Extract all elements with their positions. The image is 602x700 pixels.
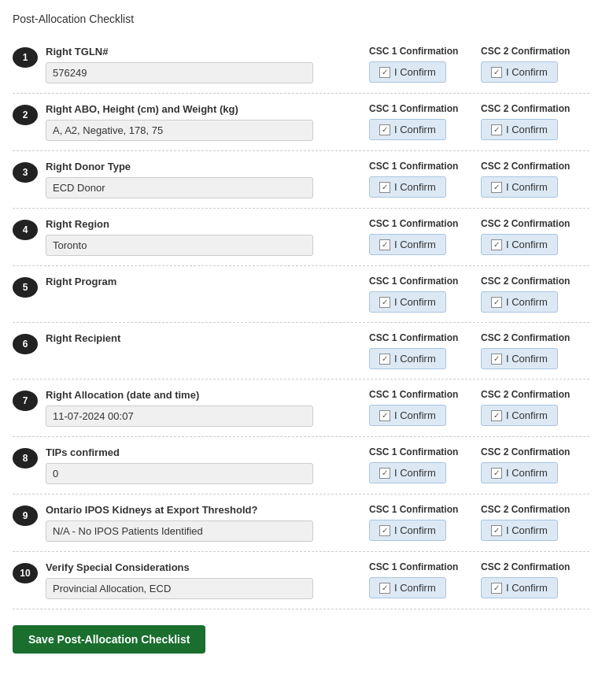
row-value: 0 — [46, 463, 313, 484]
confirmations: CSC 1 Confirmation✓I ConfirmCSC 2 Confir… — [369, 504, 589, 541]
confirmations: CSC 1 Confirmation✓I ConfirmCSC 2 Confir… — [369, 446, 589, 483]
csc2-label: CSC 2 Confirmation — [481, 389, 570, 400]
row-label: TIPs confirmed — [46, 446, 361, 458]
csc2-confirm-button[interactable]: ✓I Confirm — [481, 119, 558, 140]
row-number: 2 — [13, 105, 38, 125]
csc1-confirm-button[interactable]: ✓I Confirm — [369, 176, 446, 198]
csc2-checkbox: ✓ — [491, 124, 502, 135]
csc2-confirmation-block: CSC 2 Confirmation✓I Confirm — [481, 332, 583, 369]
row-content: Right Recipient — [46, 332, 361, 349]
csc1-checkbox: ✓ — [379, 410, 390, 421]
csc2-confirm-button[interactable]: ✓I Confirm — [481, 405, 558, 426]
csc1-confirm-button[interactable]: ✓I Confirm — [369, 234, 446, 255]
csc2-confirm-button[interactable]: ✓I Confirm — [481, 520, 558, 541]
checklist-row: 5Right ProgramCSC 1 Confirmation✓I Confi… — [13, 266, 589, 323]
csc1-confirm-button[interactable]: ✓I Confirm — [369, 61, 446, 83]
csc1-confirm-button[interactable]: ✓I Confirm — [369, 462, 446, 483]
csc2-confirmation-block: CSC 2 Confirmation✓I Confirm — [481, 46, 583, 83]
csc1-confirmation-block: CSC 1 Confirmation✓I Confirm — [369, 276, 471, 313]
checklist-row: 7Right Allocation (date and time)11-07-2… — [13, 380, 589, 437]
csc2-confirmation-block: CSC 2 Confirmation✓I Confirm — [481, 276, 583, 313]
csc1-checkbox: ✓ — [379, 124, 390, 135]
csc2-label: CSC 2 Confirmation — [481, 218, 570, 229]
row-label: Right ABO, Height (cm) and Weight (kg) — [46, 103, 361, 115]
csc2-confirmation-block: CSC 2 Confirmation✓I Confirm — [481, 161, 583, 198]
csc2-confirm-button[interactable]: ✓I Confirm — [481, 61, 558, 83]
csc1-confirmation-block: CSC 1 Confirmation✓I Confirm — [369, 161, 471, 198]
row-content: Ontario IPOS Kidneys at Export Threshold… — [46, 504, 361, 542]
csc2-checkbox: ✓ — [491, 297, 502, 308]
save-button[interactable]: Save Post-Allocation Checklist — [13, 625, 205, 654]
csc1-confirm-label: I Confirm — [394, 467, 436, 479]
csc2-confirm-button[interactable]: ✓I Confirm — [481, 462, 558, 483]
csc1-confirm-label: I Confirm — [394, 66, 436, 78]
row-number: 1 — [13, 47, 38, 68]
csc2-checkbox: ✓ — [491, 239, 502, 250]
csc2-label: CSC 2 Confirmation — [481, 504, 570, 515]
csc2-confirm-button[interactable]: ✓I Confirm — [481, 176, 558, 198]
csc1-confirm-button[interactable]: ✓I Confirm — [369, 119, 446, 140]
csc2-confirmation-block: CSC 2 Confirmation✓I Confirm — [481, 389, 583, 426]
csc2-confirmation-block: CSC 2 Confirmation✓I Confirm — [481, 103, 583, 140]
csc1-confirm-button[interactable]: ✓I Confirm — [369, 348, 446, 369]
confirmations: CSC 1 Confirmation✓I ConfirmCSC 2 Confir… — [369, 218, 589, 255]
row-value: Toronto — [46, 235, 313, 256]
csc1-confirmation-block: CSC 1 Confirmation✓I Confirm — [369, 561, 471, 598]
confirmations: CSC 1 Confirmation✓I ConfirmCSC 2 Confir… — [369, 46, 589, 83]
csc1-label: CSC 1 Confirmation — [369, 332, 458, 343]
csc1-confirmation-block: CSC 1 Confirmation✓I Confirm — [369, 332, 471, 369]
csc1-label: CSC 1 Confirmation — [369, 389, 458, 400]
csc2-confirm-button[interactable]: ✓I Confirm — [481, 348, 558, 369]
checklist-row: 8TIPs confirmed0CSC 1 Confirmation✓I Con… — [13, 437, 589, 494]
csc1-confirm-label: I Confirm — [394, 524, 436, 536]
csc2-label: CSC 2 Confirmation — [481, 446, 570, 457]
csc2-checkbox: ✓ — [491, 67, 502, 78]
row-value: N/A - No IPOS Patients Identified — [46, 520, 313, 542]
csc2-confirm-button[interactable]: ✓I Confirm — [481, 291, 558, 313]
csc1-label: CSC 1 Confirmation — [369, 103, 458, 114]
row-number: 6 — [13, 334, 38, 354]
csc1-label: CSC 1 Confirmation — [369, 161, 458, 172]
csc1-label: CSC 1 Confirmation — [369, 46, 458, 57]
csc2-confirm-label: I Confirm — [506, 409, 548, 421]
row-content: Right ABO, Height (cm) and Weight (kg)A,… — [46, 103, 361, 141]
csc2-confirm-button[interactable]: ✓I Confirm — [481, 234, 558, 255]
csc1-confirm-label: I Confirm — [394, 409, 436, 421]
csc1-checkbox: ✓ — [379, 182, 390, 193]
confirmations: CSC 1 Confirmation✓I ConfirmCSC 2 Confir… — [369, 389, 589, 426]
checklist-row: 3Right Donor TypeECD DonorCSC 1 Confirma… — [13, 151, 589, 209]
csc2-checkbox: ✓ — [491, 583, 502, 594]
confirmations: CSC 1 Confirmation✓I ConfirmCSC 2 Confir… — [369, 276, 589, 313]
csc1-confirm-label: I Confirm — [394, 353, 436, 365]
csc1-confirm-button[interactable]: ✓I Confirm — [369, 291, 446, 313]
row-content: Right RegionToronto — [46, 218, 361, 256]
row-content: Right Allocation (date and time)11-07-20… — [46, 389, 361, 427]
csc1-confirm-button[interactable]: ✓I Confirm — [369, 520, 446, 541]
row-label: Right Recipient — [46, 332, 361, 344]
csc1-confirm-button[interactable]: ✓I Confirm — [369, 577, 446, 598]
row-label: Right TGLN# — [46, 46, 361, 57]
checklist-row: 6Right RecipientCSC 1 Confirmation✓I Con… — [13, 323, 589, 380]
csc2-confirm-label: I Confirm — [506, 467, 548, 479]
row-value: 576249 — [46, 62, 313, 83]
row-content: Right TGLN#576249 — [46, 46, 361, 83]
csc1-confirmation-block: CSC 1 Confirmation✓I Confirm — [369, 504, 471, 541]
csc1-confirm-label: I Confirm — [394, 239, 436, 250]
csc2-confirm-label: I Confirm — [506, 181, 548, 193]
csc1-checkbox: ✓ — [379, 67, 390, 78]
csc2-confirm-label: I Confirm — [506, 353, 548, 365]
row-content: Verify Special ConsiderationsProvincial … — [46, 561, 361, 599]
csc2-label: CSC 2 Confirmation — [481, 276, 570, 287]
row-content: Right Program — [46, 276, 361, 292]
csc1-label: CSC 1 Confirmation — [369, 446, 458, 457]
csc2-confirm-button[interactable]: ✓I Confirm — [481, 577, 558, 598]
row-number: 7 — [13, 391, 38, 411]
csc1-confirm-button[interactable]: ✓I Confirm — [369, 405, 446, 426]
row-value: ECD Donor — [46, 177, 313, 198]
csc1-checkbox: ✓ — [379, 297, 390, 308]
confirmations: CSC 1 Confirmation✓I ConfirmCSC 2 Confir… — [369, 561, 589, 598]
csc1-confirm-label: I Confirm — [394, 296, 436, 308]
checklist-row: 2Right ABO, Height (cm) and Weight (kg)A… — [13, 94, 589, 151]
csc2-confirm-label: I Confirm — [506, 582, 548, 594]
row-number: 8 — [13, 448, 38, 469]
